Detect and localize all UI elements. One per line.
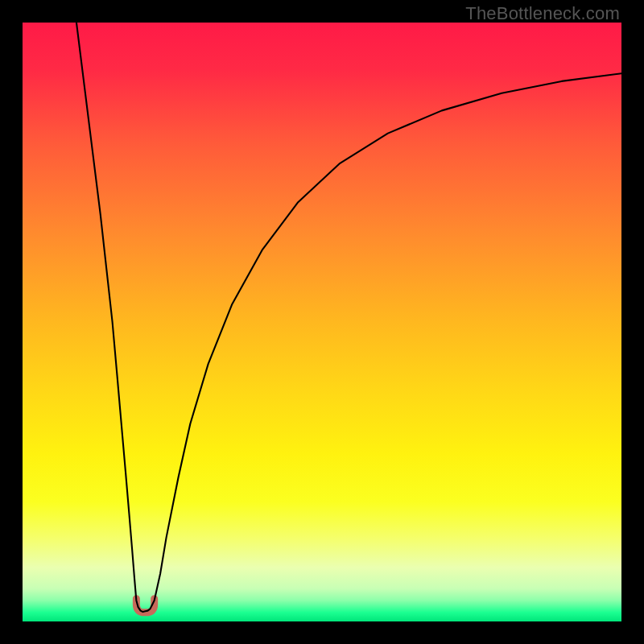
chart-frame: TheBottleneck.com <box>0 0 644 644</box>
watermark-text: TheBottleneck.com <box>465 3 620 24</box>
chart-svg <box>23 23 621 621</box>
plot-area <box>23 23 621 621</box>
